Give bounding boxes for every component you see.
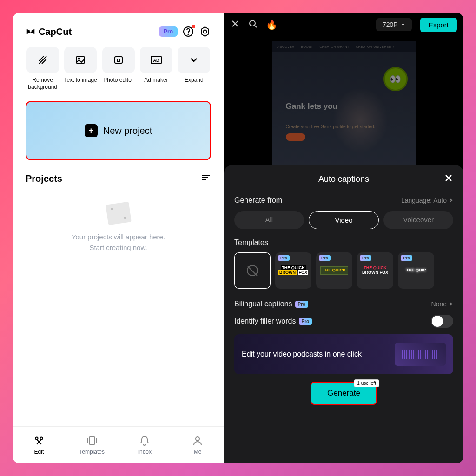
home-panel: CapCut Pro Remove background Text to — [13, 13, 224, 463]
nav-me[interactable]: Me — [171, 427, 224, 463]
bilingual-row[interactable]: Bilingual captions Pro None — [234, 300, 453, 308]
generate-button[interactable]: Generate 1 use left — [311, 382, 377, 405]
projects-title: Projects — [26, 173, 62, 184]
seg-all[interactable]: All — [234, 211, 304, 229]
svg-point-5 — [79, 58, 80, 60]
sort-icon[interactable] — [201, 172, 211, 185]
waveform-icon — [395, 343, 446, 366]
flame-icon[interactable]: 🔥 — [266, 19, 278, 30]
tool-ad-maker[interactable]: AD Ad maker — [139, 47, 173, 91]
close-icon[interactable] — [231, 19, 240, 30]
new-project-button[interactable]: + New project — [26, 101, 211, 160]
app-logo: CapCut — [26, 26, 72, 37]
svg-point-13 — [196, 437, 199, 441]
uses-left-badge: 1 use left — [354, 379, 379, 387]
promo-card[interactable]: Edit your video podcasts in one click — [234, 334, 453, 374]
templates-label: Templates — [234, 238, 453, 247]
nav-edit[interactable]: Edit — [13, 427, 66, 463]
source-segment: All Video Voiceover — [234, 211, 453, 229]
settings-icon[interactable] — [199, 26, 211, 38]
search-icon[interactable] — [248, 19, 258, 30]
video-preview[interactable]: DISCOVER BOOST CREATOR GRANT CREATOR UNI… — [224, 37, 463, 176]
app-name: CapCut — [39, 26, 72, 37]
quality-select[interactable]: 720P — [376, 18, 412, 31]
editor-top-bar: 🔥 720P Export — [224, 13, 463, 37]
empty-text-1: Your projects will appear here. — [72, 232, 165, 243]
projects-empty-state: Your projects will appear here. Start cr… — [13, 185, 224, 426]
capcut-icon — [26, 26, 36, 37]
editor-panel: 🔥 720P Export DISCOVER BOOST CREATOR GRA… — [224, 13, 463, 463]
svg-rect-6 — [115, 57, 122, 63]
export-button[interactable]: Export — [420, 18, 457, 32]
panel-title: Auto captions — [318, 174, 369, 184]
filler-words-row: Identify filler words Pro — [234, 315, 453, 328]
preview-cta — [286, 133, 305, 141]
tool-row: Remove background Text to image Photo ed… — [13, 47, 224, 91]
template-3[interactable]: ProTHE QUICKBROWN FOX — [357, 252, 393, 289]
svg-rect-7 — [117, 59, 120, 61]
help-icon[interactable] — [182, 26, 194, 38]
none-icon — [247, 265, 258, 276]
bottom-nav: Edit Templates Inbox Me — [13, 426, 224, 463]
svg-point-3 — [204, 30, 207, 33]
pro-badge[interactable]: Pro — [159, 26, 178, 37]
tool-text-to-image[interactable]: Text to image — [63, 47, 97, 91]
empty-text-2: Start creating now. — [72, 243, 165, 253]
svg-point-1 — [188, 34, 188, 34]
close-icon[interactable] — [444, 173, 453, 185]
seg-video[interactable]: Video — [309, 211, 379, 229]
tool-expand[interactable]: Expand — [177, 47, 211, 91]
template-1[interactable]: ProTHE QUICKBROWN FOX — [275, 252, 311, 289]
nav-inbox[interactable]: Inbox — [119, 427, 172, 463]
film-icon — [106, 202, 132, 225]
svg-point-11 — [40, 437, 42, 440]
pro-badge: Pro — [299, 318, 312, 325]
svg-text:AD: AD — [153, 58, 159, 63]
nav-templates[interactable]: Templates — [66, 427, 119, 463]
tool-photo-editor[interactable]: Photo editor — [101, 47, 135, 91]
svg-point-10 — [35, 437, 38, 440]
pro-badge: Pro — [295, 301, 309, 308]
language-select[interactable]: Language: Auto — [401, 197, 453, 204]
sticker-icon — [383, 67, 408, 91]
seg-voiceover[interactable]: Voiceover — [383, 211, 453, 229]
preview-heading: Gank lets you — [286, 102, 337, 111]
generate-from-label: Generate from — [234, 196, 282, 205]
notification-dot — [192, 25, 195, 28]
new-project-label: New project — [103, 126, 152, 136]
filler-toggle[interactable] — [431, 315, 453, 328]
template-4[interactable]: ProTHE QUIC — [398, 252, 434, 289]
plus-icon: + — [85, 124, 98, 137]
templates-row: ProTHE QUICKBROWN FOX ProTHE QUICK ProTH… — [234, 252, 453, 289]
home-header: CapCut Pro — [13, 26, 224, 38]
template-2[interactable]: ProTHE QUICK — [316, 252, 352, 289]
preview-subtext: Create your free Gank profile to get sta… — [286, 124, 376, 129]
template-none[interactable] — [234, 252, 271, 289]
svg-point-14 — [250, 20, 255, 26]
auto-captions-panel: Auto captions Generate from Language: Au… — [224, 165, 463, 463]
svg-marker-2 — [201, 27, 209, 36]
svg-rect-12 — [89, 437, 95, 444]
tool-remove-background[interactable]: Remove background — [26, 47, 60, 91]
